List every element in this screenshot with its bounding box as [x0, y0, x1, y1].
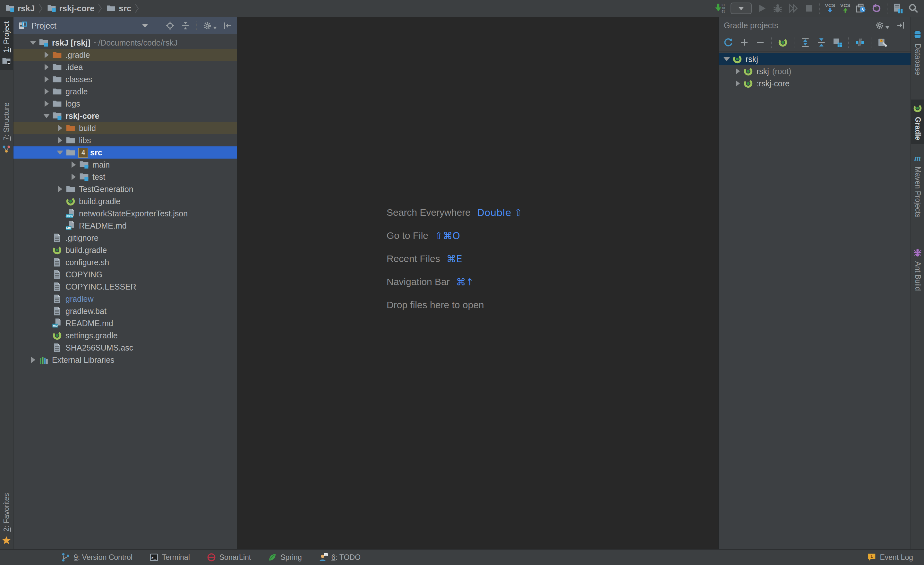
tree-row--gradle[interactable]: .gradle [14, 49, 237, 61]
run-with-coverage-icon[interactable] [788, 3, 799, 14]
chevron-expanded-icon[interactable] [54, 150, 66, 155]
tree-row--rskj-core[interactable]: :rskj-core [718, 77, 910, 90]
status-item-version-control[interactable]: 9: Version Control [61, 553, 132, 562]
tree-row-readme-md[interactable]: MDREADME.md [14, 317, 237, 329]
stop-icon[interactable] [804, 3, 814, 14]
breadcrumb-item-rskJ[interactable]: rskJ [4, 3, 36, 14]
chevron-collapsed-icon[interactable] [68, 174, 79, 180]
tree-row-testgeneration[interactable]: TestGeneration [14, 183, 237, 195]
status-item-label: 6: TODO [332, 553, 361, 562]
update-binary-icon[interactable]: 011001 [715, 3, 726, 14]
status-item-sonarlint[interactable]: SonarLint [207, 553, 251, 562]
breadcrumb-item-rskj-core[interactable]: rskj-core [46, 3, 95, 14]
chevron-collapsed-icon[interactable] [732, 68, 743, 75]
tool-window-tab-project[interactable]: 1: Project [0, 17, 13, 70]
vcs-update-button[interactable]: VCS [825, 3, 835, 14]
collapse-all-icon[interactable] [816, 37, 826, 48]
status-item-terminal[interactable]: >_Terminal [149, 553, 190, 562]
expand-all-icon[interactable] [800, 37, 810, 48]
chevron-collapsed-icon[interactable] [54, 125, 66, 131]
tree-row-build-gradle[interactable]: build.gradle [14, 195, 237, 207]
file-icon [52, 233, 62, 243]
collapse-all-icon[interactable] [181, 21, 190, 30]
tool-window-tab-ant-build[interactable]: Ant Build [911, 244, 924, 295]
hide-panel-icon[interactable] [223, 21, 232, 30]
tree-row-rskj[interactable]: rskj [718, 53, 910, 65]
run-gradle-task-icon[interactable] [778, 37, 788, 48]
search-icon[interactable] [908, 3, 919, 14]
tree-row-copying[interactable]: COPYING [14, 268, 237, 281]
tree-row-configure-sh[interactable]: configure.sh [14, 256, 237, 268]
tree-row-copying-lesser[interactable]: COPYING.LESSER [14, 281, 237, 293]
vcs-push-button[interactable]: VCS [840, 3, 850, 14]
run-icon[interactable] [756, 3, 767, 14]
tree-row-classes[interactable]: classes [14, 73, 237, 86]
hint-shortcut: ⌘E [447, 253, 462, 264]
chevron-collapsed-icon[interactable] [41, 52, 52, 58]
chevron-collapsed-icon[interactable] [732, 80, 743, 87]
tree-item-suffix: ~/Documents/code/rskJ [94, 38, 178, 48]
chevron-expanded-icon[interactable] [721, 57, 732, 61]
tree-row-build-gradle[interactable]: build.gradle [14, 244, 237, 256]
offline-mode-icon[interactable] [855, 37, 865, 48]
tree-row-external-libraries[interactable]: External Libraries [14, 354, 237, 366]
tree-row-readme-md[interactable]: MDREADME.md [14, 219, 237, 232]
chevron-collapsed-icon[interactable] [41, 76, 52, 83]
tree-row--idea[interactable]: .idea [14, 61, 237, 73]
tree-row-src[interactable]: 4src [14, 146, 237, 159]
tree-row-gradlew-bat[interactable]: gradlew.bat [14, 305, 237, 317]
scroll-from-source-icon[interactable] [165, 21, 175, 30]
tool-window-tab-favorites[interactable]: 2: Favorites [0, 489, 13, 549]
project-structure-icon[interactable] [892, 3, 903, 14]
chevron-down-icon[interactable] [142, 24, 148, 28]
tree-row-sha256sums-asc[interactable]: SHA256SUMS.asc [14, 341, 237, 354]
tree-row-rskj[interactable]: rskj(root) [718, 65, 910, 77]
run-configuration-combo[interactable] [730, 3, 752, 14]
chevron-collapsed-icon[interactable] [54, 186, 66, 192]
tree-row-rskj-core[interactable]: rskj-core [14, 110, 237, 122]
chevron-expanded-icon[interactable] [28, 41, 39, 45]
tool-window-tab-maven-projects[interactable]: mMaven Projects [911, 149, 924, 221]
tree-row-main[interactable]: main [14, 159, 237, 171]
tree-row-gradle[interactable]: gradle [14, 86, 237, 98]
chevron-collapsed-icon[interactable] [54, 137, 66, 143]
tree-row-libs[interactable]: libs [14, 134, 237, 146]
tree-row-build[interactable]: build [14, 122, 237, 134]
tree-row--gitignore[interactable]: .gitignore [14, 232, 237, 244]
tree-row-networkstateexportertest-json[interactable]: JSONnetworkStateExporterTest.json [14, 207, 237, 219]
tool-window-tab-gradle[interactable]: Gradle [911, 99, 924, 144]
tool-window-tab-database[interactable]: Database [911, 26, 924, 79]
gradle-header[interactable]: Gradle projects [718, 17, 910, 33]
chevron-collapsed-icon[interactable] [28, 357, 39, 363]
tree-row-rskj-rskj-[interactable]: rskJ [rskj]~/Documents/code/rskJ [14, 37, 237, 49]
tree-row-logs[interactable]: logs [14, 98, 237, 110]
tree-row-test[interactable]: test [14, 171, 237, 183]
status-item-spring[interactable]: Spring [268, 553, 302, 562]
tree-row-gradlew[interactable]: gradlew [14, 293, 237, 305]
hide-panel-icon[interactable] [896, 21, 905, 30]
recent-changes-icon[interactable] [855, 3, 866, 14]
chevron-collapsed-icon[interactable] [41, 101, 52, 107]
project-header[interactable]: Project [14, 17, 237, 35]
refresh-gradle-icon[interactable] [723, 37, 734, 48]
tree-row-settings-gradle[interactable]: settings.gradle [14, 329, 237, 341]
svg-text:>_: >_ [152, 556, 156, 560]
breadcrumb-item-src[interactable]: src [105, 3, 132, 14]
debug-icon[interactable] [772, 3, 783, 14]
gradle-settings-icon[interactable] [877, 37, 887, 48]
chevron-collapsed-icon[interactable] [41, 88, 52, 95]
settings-gear-button[interactable] [202, 21, 217, 30]
status-item-todo[interactable]: 6: TODO [319, 553, 361, 562]
rollback-icon[interactable] [871, 3, 882, 14]
detach-project-icon[interactable] [755, 37, 765, 48]
tool-window-tab-structure[interactable]: 7: Structure [0, 99, 13, 158]
chevron-collapsed-icon[interactable] [68, 161, 79, 168]
editor-area: Search EverywhereDouble ⇧Go to File⇧⌘ORe… [237, 17, 718, 549]
chevron-collapsed-icon[interactable] [41, 64, 52, 70]
attach-project-icon[interactable] [739, 37, 750, 48]
hint-label: Go to File [387, 230, 428, 241]
settings-gear-button[interactable] [875, 21, 890, 30]
task-list-icon[interactable] [832, 37, 843, 48]
status-item-event-log[interactable]: 1Event Log [867, 553, 913, 562]
chevron-expanded-icon[interactable] [41, 114, 52, 118]
